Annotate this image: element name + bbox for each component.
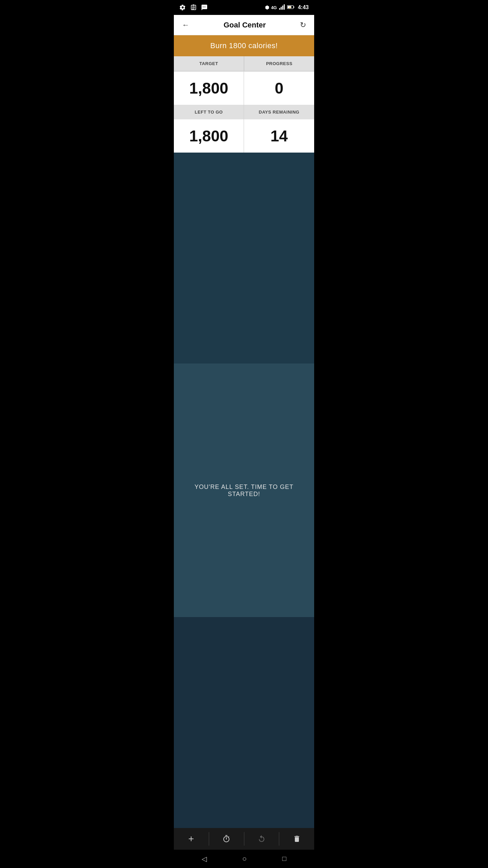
stats-top-values: 1,800 0	[174, 72, 314, 105]
time-display: 4:43	[298, 4, 309, 11]
signal-bars-icon	[279, 4, 285, 11]
goal-banner: Burn 1800 calories!	[174, 35, 314, 56]
progress-header: PROGRESS	[244, 56, 314, 71]
battery-icon: ⚡	[287, 5, 294, 11]
nav-bar: ◁ ○ □	[174, 850, 314, 868]
progress-value: 0	[244, 72, 314, 105]
stats-bottom-header-row: LEFT TO GO DAYS REMAINING	[174, 105, 314, 119]
motivation-area: YOU'RE ALL SET. TIME TO GET STARTED!	[174, 364, 314, 617]
svg-rect-2	[282, 5, 283, 9]
svg-rect-1	[281, 7, 282, 9]
target-header: TARGET	[174, 56, 244, 71]
left-to-go-value: 1,800	[174, 119, 244, 153]
page-title: Goal Center	[224, 21, 266, 29]
nav-recent-button[interactable]: □	[280, 852, 289, 865]
clipboard-icon	[190, 4, 197, 11]
status-bar-right-icons: ⬢ 4G ⚡ 4:43	[265, 4, 309, 11]
bluetooth-icon: ⬢	[265, 5, 269, 10]
app-bar: ← Goal Center ↻	[174, 15, 314, 35]
svg-text:⚡: ⚡	[289, 6, 291, 9]
stats-header-row: TARGET PROGRESS	[174, 56, 314, 72]
bottom-toolbar	[174, 828, 314, 850]
svg-rect-5	[293, 6, 294, 8]
replay-button[interactable]	[244, 828, 279, 850]
delete-button[interactable]	[279, 828, 314, 850]
settings-icon	[179, 4, 186, 11]
nav-home-button[interactable]: ○	[240, 852, 249, 866]
chart-area-bottom	[174, 617, 314, 828]
left-to-go-header: LEFT TO GO	[174, 105, 244, 119]
status-bar-left-icons	[179, 4, 208, 11]
days-remaining-header: DAYS REMAINING	[244, 105, 314, 119]
stats-bottom-values: 1,800 14	[174, 119, 314, 153]
signal-label: 4G	[271, 5, 277, 10]
days-remaining-value: 14	[244, 119, 314, 153]
svg-rect-0	[279, 8, 280, 10]
goal-banner-text: Burn 1800 calories!	[210, 41, 278, 50]
status-bar: ⬢ 4G ⚡ 4:43	[174, 0, 314, 15]
motivation-text: YOU'RE ALL SET. TIME TO GET STARTED!	[184, 484, 304, 498]
add-button[interactable]	[174, 828, 209, 850]
svg-rect-3	[284, 4, 285, 9]
target-value: 1,800	[174, 72, 244, 105]
chart-area-top	[174, 153, 314, 363]
quote-icon	[201, 4, 208, 11]
nav-back-button[interactable]: ◁	[199, 852, 209, 866]
refresh-button[interactable]: ↻	[297, 18, 309, 32]
back-button[interactable]: ←	[179, 18, 192, 32]
timer-button[interactable]	[209, 828, 244, 850]
